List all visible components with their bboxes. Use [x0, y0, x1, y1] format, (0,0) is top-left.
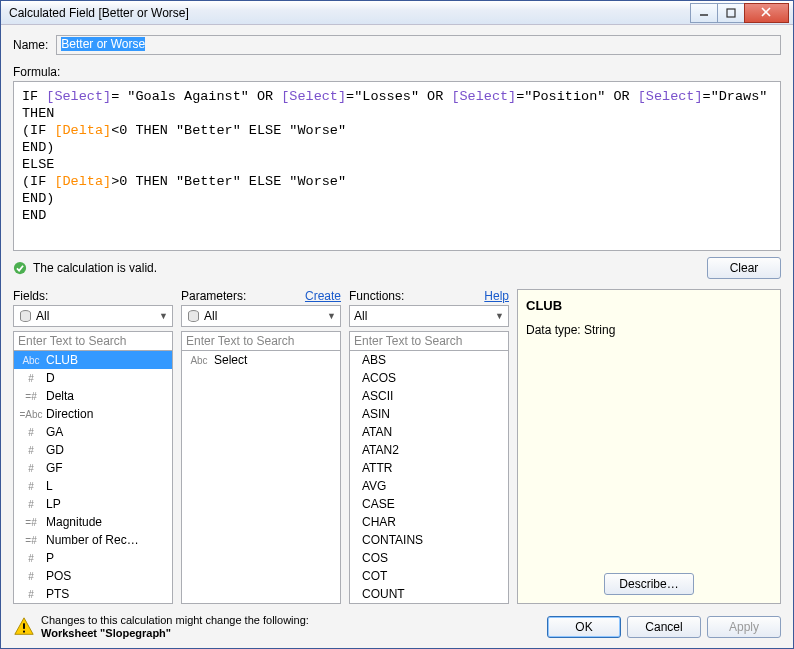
- describe-button[interactable]: Describe…: [604, 573, 693, 595]
- name-input[interactable]: Better or Worse: [56, 35, 781, 55]
- list-item[interactable]: AbcCLUB: [14, 351, 172, 369]
- formula-editor[interactable]: IF [Select]= "Goals Against" OR [Select]…: [13, 81, 781, 251]
- datasource-icon: [186, 309, 200, 323]
- create-parameter-link[interactable]: Create: [305, 289, 341, 303]
- list-item[interactable]: COT: [350, 567, 508, 585]
- list-item[interactable]: #L: [14, 477, 172, 495]
- list-item[interactable]: ACOS: [350, 369, 508, 387]
- list-item[interactable]: ATTR: [350, 459, 508, 477]
- list-item[interactable]: =AbcDirection: [14, 405, 172, 423]
- warning-text: Changes to this calculation might change…: [41, 614, 547, 640]
- description-body: Data type: String: [526, 323, 772, 573]
- chevron-down-icon: ▼: [159, 311, 168, 321]
- maximize-button[interactable]: [717, 3, 745, 23]
- validation-message: The calculation is valid.: [33, 261, 707, 275]
- name-label: Name:: [13, 38, 48, 52]
- svg-rect-5: [23, 623, 25, 629]
- fields-list[interactable]: AbcCLUB#D=#Delta=AbcDirection#GA#GD#GF#L…: [13, 351, 173, 604]
- functions-filter-dropdown[interactable]: All ▼: [349, 305, 509, 327]
- svg-rect-6: [23, 631, 25, 633]
- list-item[interactable]: CHAR: [350, 513, 508, 531]
- list-item[interactable]: #PTS: [14, 585, 172, 603]
- list-item[interactable]: ASCII: [350, 387, 508, 405]
- fields-filter-dropdown[interactable]: All ▼: [13, 305, 173, 327]
- titlebar: Calculated Field [Better or Worse]: [1, 1, 793, 25]
- valid-check-icon: [13, 261, 27, 275]
- list-item[interactable]: #GF: [14, 459, 172, 477]
- fields-label: Fields:: [13, 289, 48, 303]
- formula-label: Formula:: [13, 65, 781, 79]
- chevron-down-icon: ▼: [327, 311, 336, 321]
- list-item[interactable]: #POS: [14, 567, 172, 585]
- functions-list[interactable]: ABSACOSASCIIASINATANATAN2ATTRAVGCASECHAR…: [349, 351, 509, 604]
- list-item[interactable]: #GD: [14, 441, 172, 459]
- apply-button[interactable]: Apply: [707, 616, 781, 638]
- list-item[interactable]: =#Magnitude: [14, 513, 172, 531]
- list-item[interactable]: #GA: [14, 423, 172, 441]
- list-item[interactable]: ASIN: [350, 405, 508, 423]
- list-item[interactable]: AbcSelect: [182, 351, 340, 369]
- window-title: Calculated Field [Better or Worse]: [9, 6, 691, 20]
- ok-button[interactable]: OK: [547, 616, 621, 638]
- parameters-list[interactable]: AbcSelect: [181, 351, 341, 604]
- clear-button[interactable]: Clear: [707, 257, 781, 279]
- functions-help-link[interactable]: Help: [484, 289, 509, 303]
- functions-label: Functions:: [349, 289, 404, 303]
- svg-rect-1: [727, 9, 735, 17]
- list-item[interactable]: #D: [14, 369, 172, 387]
- parameters-label: Parameters:: [181, 289, 246, 303]
- list-item[interactable]: #P: [14, 549, 172, 567]
- list-item[interactable]: CONTAINS: [350, 531, 508, 549]
- cancel-button[interactable]: Cancel: [627, 616, 701, 638]
- list-item[interactable]: AVG: [350, 477, 508, 495]
- description-panel: CLUB Data type: String Describe…: [517, 289, 781, 604]
- fields-search-input[interactable]: Enter Text to Search: [13, 331, 173, 351]
- list-item[interactable]: ATAN: [350, 423, 508, 441]
- description-title: CLUB: [526, 298, 772, 313]
- warning-icon: [13, 616, 35, 638]
- list-item[interactable]: COS: [350, 549, 508, 567]
- minimize-button[interactable]: [690, 3, 718, 23]
- parameters-filter-dropdown[interactable]: All ▼: [181, 305, 341, 327]
- list-item[interactable]: ATAN2: [350, 441, 508, 459]
- chevron-down-icon: ▼: [495, 311, 504, 321]
- list-item[interactable]: COUNT: [350, 585, 508, 603]
- list-item[interactable]: ABS: [350, 351, 508, 369]
- functions-search-input[interactable]: Enter Text to Search: [349, 331, 509, 351]
- list-item[interactable]: =#Delta: [14, 387, 172, 405]
- list-item[interactable]: CASE: [350, 495, 508, 513]
- list-item[interactable]: =#Number of Rec…: [14, 531, 172, 549]
- svg-point-4: [14, 262, 26, 274]
- datasource-icon: [18, 309, 32, 323]
- list-item[interactable]: #LP: [14, 495, 172, 513]
- close-button[interactable]: [744, 3, 789, 23]
- parameters-search-input[interactable]: Enter Text to Search: [181, 331, 341, 351]
